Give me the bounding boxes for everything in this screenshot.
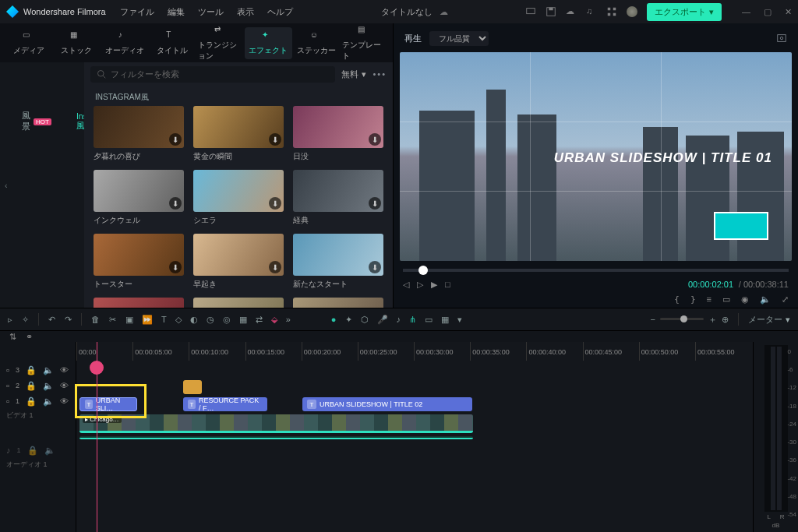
menu-edit[interactable]: 編集 <box>168 7 185 16</box>
export-button[interactable]: エクスポート▾ <box>647 3 722 21</box>
fullscreen-icon[interactable]: ⤢ <box>782 294 789 305</box>
close-button[interactable]: ✕ <box>785 7 792 16</box>
effect-thumb[interactable]: ⬇夕暮れの喜び <box>94 106 184 162</box>
menu-tools[interactable]: ツール <box>198 7 224 16</box>
track-2[interactable]: TURBAN SLI… TRESOURCE PACK / F… TURBAN S… <box>76 396 751 412</box>
qr-icon[interactable] <box>606 6 617 17</box>
track-3[interactable] <box>76 379 751 395</box>
green-circle-icon[interactable]: ● <box>331 315 337 324</box>
music-icon[interactable]: ♪ <box>397 315 401 324</box>
device-icon[interactable] <box>525 6 536 17</box>
tab-オーディオ[interactable]: ♪オーディオ <box>101 27 149 59</box>
mute-icon[interactable]: 🔈 <box>43 396 54 407</box>
zoom-out-button[interactable]: − <box>651 315 655 324</box>
title-clip-2[interactable]: TRESOURCE PACK / F… <box>183 397 267 411</box>
preview-viewport[interactable]: URBAN SLIDESHOW | TITLE 01 <box>400 52 792 261</box>
track-1-video[interactable]: ▸ Chicago… <box>76 414 751 434</box>
visible-icon[interactable]: 👁 <box>60 381 69 390</box>
sparkle-icon[interactable]: ✦ <box>345 315 352 325</box>
play-button[interactable]: ▶ <box>431 280 437 290</box>
download-icon[interactable]: ⬇ <box>369 197 381 210</box>
meter-toggle[interactable]: メーター ▾ <box>748 314 790 326</box>
download-icon[interactable]: ⬇ <box>169 261 182 273</box>
video-clip[interactable]: ▸ Chicago… <box>79 414 473 433</box>
more-options-button[interactable]: ••• <box>373 69 387 79</box>
effect-thumb[interactable]: ⬇インクウェル <box>94 170 184 226</box>
stop-button[interactable]: □ <box>445 280 450 290</box>
effect-thumb[interactable]: ⬇シエラ <box>193 170 284 226</box>
zoom-fit-button[interactable]: ⊕ <box>722 315 729 325</box>
split-button[interactable]: ✂ <box>109 315 116 325</box>
sidebar-item[interactable]: 風景 <box>11 105 62 138</box>
maximize-button[interactable]: ▢ <box>764 7 772 16</box>
headphone-icon[interactable]: ♫ <box>586 6 597 17</box>
mute-icon[interactable]: 🔈 <box>44 446 55 456</box>
keyframe-icon[interactable]: ◇ <box>175 315 182 325</box>
grid-icon[interactable]: ▦ <box>441 315 449 325</box>
shield-icon[interactable]: ⬡ <box>361 315 369 325</box>
sidebar-back-button[interactable]: ‹ <box>0 176 84 195</box>
tab-エフェクト[interactable]: ✦エフェクト <box>245 27 293 59</box>
effect-thumb[interactable]: ⬇ <box>193 298 284 308</box>
delete-button[interactable]: 🗑 <box>91 315 100 324</box>
next-frame-button[interactable]: ▷ <box>417 280 423 290</box>
tab-ストック[interactable]: ▦ストック <box>53 27 101 59</box>
effect-thumb[interactable]: ⬇早起き <box>193 234 284 290</box>
undo-button[interactable]: ↶ <box>48 315 55 325</box>
quality-select[interactable]: フル品質 <box>429 31 489 46</box>
lock-icon[interactable]: 🔒 <box>27 446 38 456</box>
track-audio[interactable] <box>76 435 751 440</box>
track-settings-icon[interactable]: ⇅ <box>9 332 16 342</box>
track-img-icon[interactable]: ▫ <box>6 381 9 390</box>
download-icon[interactable]: ⬇ <box>369 133 381 146</box>
visible-icon[interactable]: 👁 <box>60 365 69 375</box>
volume-icon[interactable]: 🔈 <box>760 294 771 305</box>
preview-scrubber[interactable] <box>403 269 789 272</box>
layout-icon[interactable]: ▭ <box>425 315 433 325</box>
blend-icon[interactable]: ⬙ <box>271 315 277 325</box>
free-filter-toggle[interactable]: 無料 ▾ <box>341 69 366 80</box>
timer-icon[interactable]: ◷ <box>207 315 214 325</box>
effect-thumb[interactable]: ⬇経典 <box>293 170 383 226</box>
visible-icon[interactable]: 👁 <box>60 396 69 406</box>
track-img-icon[interactable]: ▫ <box>6 396 9 406</box>
tab-タイトル[interactable]: Tタイトル <box>149 27 197 59</box>
color-icon[interactable]: ◐ <box>190 315 198 325</box>
link-icon[interactable]: ⚭ <box>26 332 33 342</box>
playhead[interactable] <box>97 342 97 532</box>
audio-clip[interactable] <box>79 436 473 439</box>
mute-icon[interactable]: 🔈 <box>43 381 54 391</box>
track-icon[interactable]: ▦ <box>239 315 247 325</box>
effect-thumb[interactable]: ⬇日没 <box>293 106 383 162</box>
mic-icon[interactable]: 🎤 <box>377 315 388 325</box>
track-img-icon[interactable]: ▫ <box>6 365 9 375</box>
cloud-upload-icon[interactable]: ☁ <box>566 6 577 17</box>
tab-トランジション[interactable]: ⇄トランジション <box>196 22 245 65</box>
effect-thumb[interactable]: ⬇トースター <box>94 234 184 290</box>
avatar[interactable] <box>627 6 637 17</box>
download-icon[interactable]: ⬇ <box>269 261 281 273</box>
lock-icon[interactable]: 🔒 <box>26 396 37 407</box>
zoom-slider[interactable] <box>660 318 704 320</box>
cloud-icon[interactable]: ☁ <box>440 7 448 16</box>
mark-out-button[interactable]: } <box>690 294 696 305</box>
prev-frame-button[interactable]: ◁ <box>403 280 409 290</box>
magnet-icon[interactable]: ⋔ <box>409 315 416 325</box>
title-clip-3[interactable]: TURBAN SLIDESHOW | TITLE 02 <box>302 397 472 411</box>
speed-icon[interactable]: ⏩ <box>142 315 153 325</box>
timeline-ruler[interactable]: 00:0000:00:05:0000:00:10:0000:00:15:0000… <box>76 342 751 361</box>
camera-icon[interactable]: ◉ <box>741 294 749 305</box>
marker-icon[interactable]: ▾ <box>457 315 462 325</box>
download-icon[interactable]: ⬇ <box>269 197 281 210</box>
tab-メディア[interactable]: ▭メディア <box>5 27 53 59</box>
more-tools-icon[interactable]: » <box>286 315 291 324</box>
menu-help[interactable]: ヘルプ <box>267 7 293 16</box>
mask-icon[interactable]: ◎ <box>223 315 231 325</box>
download-icon[interactable]: ⬇ <box>269 133 281 146</box>
lock-icon[interactable]: 🔒 <box>26 381 37 391</box>
clip-settings-icon[interactable]: ≡ <box>707 294 711 305</box>
text-icon[interactable]: T <box>161 315 167 324</box>
menu-file[interactable]: ファイル <box>120 7 154 16</box>
tab-ステッカー[interactable]: ☺ステッカー <box>292 27 341 59</box>
marker-clip[interactable] <box>183 380 202 394</box>
